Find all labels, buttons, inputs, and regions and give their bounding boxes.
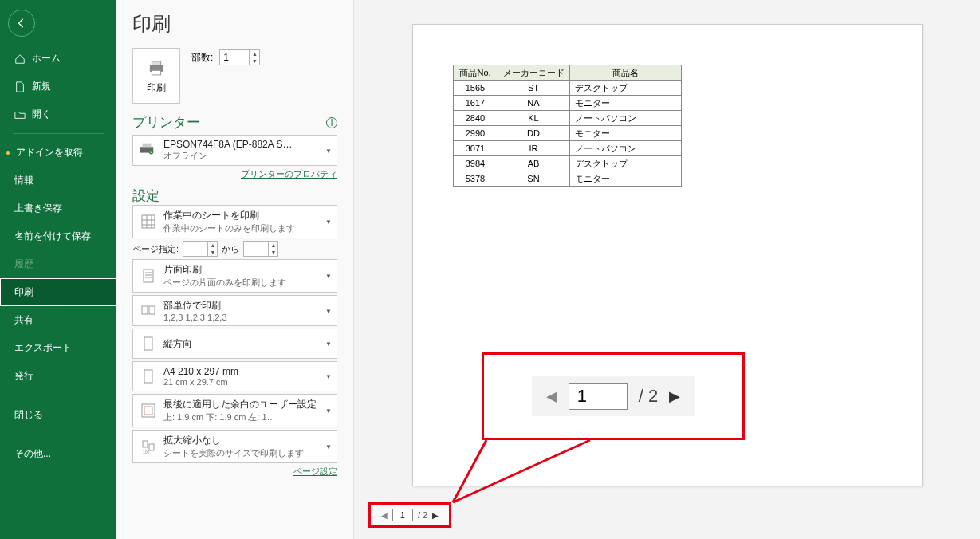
back-button[interactable] [8, 10, 35, 37]
nav-more[interactable]: その他... [0, 440, 116, 468]
svg-rect-6 [142, 215, 155, 228]
margins-icon [138, 403, 159, 419]
page-number-input[interactable] [392, 509, 413, 521]
setting-sides[interactable]: 片面印刷ページの片面のみを印刷します ▼ [132, 259, 337, 293]
notification-dot [6, 151, 10, 155]
page-to-input[interactable]: ▲▼ [243, 241, 278, 257]
page-from-input[interactable]: ▲▼ [183, 241, 218, 257]
nav-label: エクスポート [14, 341, 72, 355]
nav-close[interactable]: 閉じる [0, 401, 116, 429]
preview-data-table: 商品No. メーカーコード 商品名 1565STデスクトップ1617NAモニター… [453, 65, 682, 187]
nav-publish[interactable]: 発行 [0, 362, 116, 390]
nav-new[interactable]: 新規 [0, 73, 116, 100]
chevron-down-icon: ▼ [325, 443, 332, 450]
setting-print-what[interactable]: 作業中のシートを印刷作業中のシートのみを印刷します ▼ [132, 205, 337, 238]
nav-separator [13, 133, 104, 134]
table-row: 1617NAモニター [453, 96, 681, 111]
setting-paper-size[interactable]: A4 210 x 297 mm21 cm x 29.7 cm ▼ [132, 361, 337, 391]
print-button-label: 印刷 [147, 81, 166, 95]
sheet-icon [138, 214, 159, 230]
nav-history: 履歴 [0, 250, 116, 278]
page-range-row: ページ指定: ▲▼ から ▲▼ [132, 241, 337, 257]
scaling-icon: 100 [138, 439, 159, 454]
page-number-input-large[interactable] [569, 383, 628, 410]
table-header: 商品名 [569, 65, 681, 81]
table-row: 3984ABデスクトップ [453, 156, 681, 171]
svg-rect-20 [144, 407, 152, 415]
info-icon[interactable]: i [326, 117, 337, 128]
page-title: 印刷 [132, 11, 337, 37]
setting-margins[interactable]: 最後に適用した余白のユーザー設定上: 1.9 cm 下: 1.9 cm 左: 1… [132, 394, 337, 427]
callout-highlight: ◀ / 2 ▶ [482, 352, 745, 440]
table-header: メーカーコード [498, 65, 569, 81]
portrait-icon [138, 336, 159, 352]
chevron-down-icon: ▼ [325, 148, 332, 154]
prev-page-icon[interactable]: ◀ [546, 388, 557, 405]
nav-save[interactable]: 上書き保存 [0, 195, 116, 222]
page-setup-link[interactable]: ページ設定 [293, 466, 337, 476]
setting-collate[interactable]: 部単位で印刷1,2,3 1,2,3 1,2,3 ▼ [132, 295, 337, 326]
svg-rect-1 [152, 61, 160, 65]
nav-share[interactable]: 共有 [0, 306, 116, 334]
nav-label: 開く [32, 108, 51, 121]
table-row: 1565STデスクトップ [453, 81, 681, 96]
svg-rect-19 [142, 404, 155, 417]
nav-label: 情報 [14, 174, 33, 187]
print-settings-panel: 印刷 印刷 部数: ▲▼ プリンター i EPSON744F8 [116, 0, 354, 539]
nav-label: ホーム [32, 52, 61, 65]
svg-rect-15 [142, 306, 148, 314]
printer-status: オフライン [163, 150, 322, 162]
printer-dropdown[interactable]: EPSON744F8A (EP-882A S… オフライン ▼ [132, 135, 337, 166]
copies-spinner[interactable]: ▲▼ [219, 49, 260, 65]
svg-rect-21 [143, 441, 148, 447]
nav-home[interactable]: ホーム [0, 45, 116, 73]
chevron-down-icon: ▼ [325, 218, 332, 225]
table-row: 2990DDモニター [453, 126, 681, 141]
setting-scaling[interactable]: 100 拡大縮小なしシートを実際のサイズで印刷します ▼ [132, 430, 337, 463]
chevron-down-icon: ▼ [325, 340, 332, 347]
setting-orientation[interactable]: 縦方向 ▼ [132, 329, 337, 359]
printer-section-title: プリンター [132, 113, 200, 132]
page-range-to-label: から [222, 243, 239, 255]
page-icon [138, 268, 159, 284]
copies-input[interactable] [220, 51, 249, 64]
next-page-icon[interactable]: ▶ [432, 511, 439, 520]
print-button[interactable]: 印刷 [132, 48, 180, 104]
chevron-down-icon: ▼ [325, 407, 332, 414]
chevron-down-icon: ▼ [325, 308, 332, 314]
table-header: 商品No. [453, 65, 498, 81]
nav-open[interactable]: 開く [0, 100, 116, 128]
page-range-label: ページ指定: [132, 243, 179, 255]
nav-get-addins[interactable]: アドインを取得 [0, 139, 116, 167]
nav-label: 閉じる [14, 408, 43, 422]
svg-text:100: 100 [143, 450, 150, 454]
spin-up[interactable]: ▲ [250, 50, 259, 57]
svg-rect-22 [149, 444, 154, 450]
nav-label: 上書き保存 [14, 202, 62, 215]
table-row: 5378SNモニター [453, 171, 681, 187]
print-preview-area: 商品No. メーカーコード 商品名 1565STデスクトップ1617NAモニター… [354, 0, 980, 539]
table-row: 2840KLノートパソコン [453, 111, 681, 126]
svg-rect-2 [152, 70, 160, 75]
page-total-large: / 2 [639, 386, 658, 407]
nav-print[interactable]: 印刷 [0, 278, 116, 306]
settings-section-title: 設定 [132, 187, 337, 205]
copies-label: 部数: [191, 51, 213, 65]
backstage-sidebar: ホーム 新規 開く アドインを取得 情報 上書き保存 名前を付けて保存 履歴 印… [0, 0, 116, 539]
nav-label: 共有 [14, 313, 33, 327]
folder-icon [14, 109, 26, 120]
nav-label: その他... [14, 447, 51, 461]
spin-down[interactable]: ▼ [250, 57, 259, 65]
printer-device-icon [138, 140, 159, 160]
printer-properties-link[interactable]: プリンターのプロパティ [241, 169, 337, 179]
file-icon [14, 81, 26, 92]
nav-export[interactable]: エクスポート [0, 334, 116, 362]
printer-icon [146, 57, 167, 78]
nav-label: 名前を付けて保存 [14, 230, 91, 243]
next-page-icon[interactable]: ▶ [669, 388, 680, 405]
prev-page-icon[interactable]: ◀ [381, 511, 388, 520]
nav-save-as[interactable]: 名前を付けて保存 [0, 222, 116, 250]
nav-info[interactable]: 情報 [0, 167, 116, 195]
nav-label: 新規 [32, 80, 51, 93]
svg-rect-11 [144, 270, 153, 282]
